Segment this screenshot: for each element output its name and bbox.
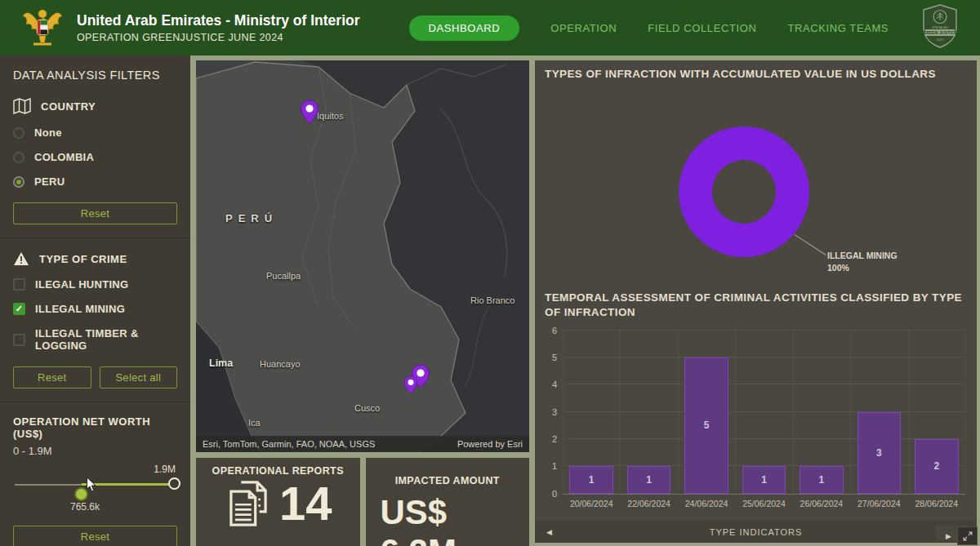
- bar-value-label: 1: [589, 474, 595, 486]
- radio-icon: [13, 152, 24, 163]
- map-label-country: PERÚ: [225, 212, 278, 224]
- country-option-colombia[interactable]: COLOMBIA: [13, 151, 177, 163]
- strip-prev-arrow-icon[interactable]: ◀: [546, 528, 553, 536]
- x-tick: 22/06/2024: [620, 499, 677, 508]
- y-tick: 5: [552, 353, 557, 362]
- main-content: DATA ANALYSIS FILTERS COUNTRY NoneCOLOMB…: [0, 55, 980, 546]
- map-label-ica: Ica: [248, 418, 261, 428]
- bar-20-06-2024[interactable]: 1: [569, 466, 613, 493]
- net-worth-label: OPERATION NET WORTH (US$): [13, 415, 177, 440]
- bar-value-label: 1: [761, 474, 767, 486]
- net-worth-reset-button[interactable]: Reset: [13, 526, 177, 546]
- bar-value-label: 1: [646, 474, 652, 486]
- map-pin[interactable]: [403, 375, 418, 394]
- crime-filter-section: TYPE OF CRIME ILEGAL HUNTING✓ILLEGAL MIN…: [0, 238, 190, 402]
- reports-label: OPERATIONAL REPORTS: [207, 465, 349, 477]
- crime-options: ILEGAL HUNTING✓ILLEGAL MININGILLEGAL TIM…: [13, 278, 177, 352]
- bar-25-06-2024[interactable]: 1: [742, 466, 786, 493]
- country-options: NoneCOLOMBIAPERU: [13, 127, 177, 188]
- bar-yaxis: 0123456: [545, 331, 563, 494]
- page-subtitle: OPERATION GREENJUSTICE JUNE 2024: [77, 32, 360, 43]
- donut-chart-title: TYPES OF INFRACTION WITH ACCUMULATED VAL…: [545, 67, 967, 82]
- crime-select-all-button[interactable]: Select all: [100, 366, 178, 388]
- option-label: None: [34, 127, 62, 139]
- option-label: ILEGAL HUNTING: [35, 278, 128, 291]
- bar-value-label: 5: [704, 419, 710, 431]
- donut-ring[interactable]: [679, 127, 809, 257]
- bar-chart: 0123456 1151132: [545, 331, 967, 495]
- documents-icon: [224, 478, 273, 529]
- impacted-value: US$ 6.2M: [377, 493, 519, 546]
- slider-handle-high[interactable]: [168, 477, 180, 490]
- crime-option-illegal-timber-logging[interactable]: ILLEGAL TIMBER & LOGGING: [13, 327, 177, 352]
- country-reset-button[interactable]: Reset: [13, 202, 177, 224]
- filters-sidebar: DATA ANALYSIS FILTERS COUNTRY NoneCOLOMB…: [0, 55, 190, 546]
- map-label-pucallpa: Pucallpa: [266, 271, 301, 281]
- reports-value-row: 14: [207, 478, 349, 529]
- nav-tracking-teams[interactable]: TRACKING TEAMS: [787, 22, 889, 34]
- bar-24-06-2024[interactable]: 5: [684, 357, 728, 494]
- country-option-peru[interactable]: PERU: [13, 175, 177, 188]
- bar-chart-title: TEMPORAL ASSESSMENT OF CRIMINAL ACTIVITI…: [545, 291, 967, 320]
- charts-panel: TYPES OF INFRACTION WITH ACCUMULATED VAL…: [535, 60, 977, 543]
- expand-icon[interactable]: [957, 526, 978, 545]
- bar-22-06-2024[interactable]: 1: [627, 466, 671, 493]
- map-attribution: Esri, TomTom, Garmin, FAO, NOAA, USGS: [203, 439, 375, 449]
- gridline-h: [563, 357, 965, 357]
- nav-operation[interactable]: OPERATION: [550, 22, 617, 34]
- donut-chart: ILLEGAL MINING 100%: [545, 82, 967, 291]
- nav-field-collection[interactable]: FIELD COLLECTION: [648, 22, 756, 34]
- main-nav: DASHBOARDOPERATIONFIELD COLLECTIONTRACKI…: [409, 16, 889, 41]
- bar-xlabels: 20/06/202422/06/202424/06/202425/06/2024…: [563, 499, 965, 508]
- crime-reset-button[interactable]: Reset: [13, 366, 91, 388]
- header: United Arab Emirates - Ministry of Inter…: [0, 0, 980, 55]
- bar-value-label: 1: [819, 474, 825, 486]
- green-justice-logo: OPERAÇÃO GREEN JUSTICE · 2024 ·: [921, 4, 959, 51]
- impacted-amount-card: IMPACTED AMOUNT US$ 6.2M: [366, 458, 530, 546]
- country-option-none[interactable]: None: [13, 127, 177, 139]
- map-canvas[interactable]: PERÚIquitosPucallpaRio BrancoLimaHuancay…: [196, 60, 529, 452]
- bar-plot: 1151132: [563, 331, 965, 495]
- country-section-header: COUNTRY: [13, 98, 177, 114]
- sidebar-title: DATA ANALYSIS FILTERS: [0, 55, 190, 85]
- crime-option-ilegal-hunting[interactable]: ILEGAL HUNTING: [13, 278, 177, 291]
- map-powered-by: Powered by Esri: [457, 439, 523, 449]
- map-pin[interactable]: [300, 100, 319, 124]
- gridline-v: [620, 331, 621, 494]
- middle-column: PERÚIquitosPucallpaRio BrancoLimaHuancay…: [196, 60, 529, 546]
- brand: United Arab Emirates - Ministry of Inter…: [21, 5, 360, 51]
- slider-track[interactable]: [15, 484, 83, 486]
- y-tick: 0: [552, 489, 557, 499]
- bar-value-label: 2: [933, 460, 939, 472]
- checkbox-icon: [13, 334, 25, 346]
- checkbox-icon: [13, 278, 25, 291]
- mouse-cursor: [86, 477, 97, 496]
- slider-max-label: 1.9M: [154, 464, 176, 475]
- x-tick: 20/06/2024: [563, 499, 620, 508]
- net-worth-slider[interactable]: 1.9M 765.6k: [13, 462, 177, 511]
- gridline-v: [965, 331, 966, 494]
- crime-section-label: TYPE OF CRIME: [39, 253, 127, 265]
- bar-26-06-2024[interactable]: 1: [800, 466, 844, 493]
- page-title: United Arab Emirates - Ministry of Inter…: [77, 12, 360, 29]
- bar-value-label: 3: [876, 447, 882, 459]
- gridline-h: [563, 438, 965, 439]
- net-worth-range: 0 - 1.9M: [13, 445, 177, 457]
- logo-text-top: OPERAÇÃO: [932, 25, 949, 29]
- warning-icon: [13, 251, 29, 266]
- bar-28-06-2024[interactable]: 2: [915, 439, 959, 494]
- option-label: COLOMBIA: [34, 151, 94, 163]
- net-worth-section: OPERATION NET WORTH (US$) 0 - 1.9M 1.9M …: [0, 402, 190, 546]
- map-label-rio-branco: Rio Branco: [470, 295, 514, 305]
- slider-current-label: 765.6k: [70, 501, 100, 513]
- crime-option-illegal-mining[interactable]: ✓ILLEGAL MINING: [13, 303, 177, 315]
- radio-icon: [13, 176, 24, 188]
- nav-dashboard[interactable]: DASHBOARD: [409, 16, 520, 41]
- crime-section-header: TYPE OF CRIME: [13, 251, 177, 266]
- bar-27-06-2024[interactable]: 3: [858, 412, 902, 494]
- gridline-v: [563, 331, 564, 494]
- option-label: ILLEGAL MINING: [35, 303, 125, 315]
- gridline-v: [678, 331, 679, 494]
- x-tick: 24/06/2024: [678, 499, 735, 508]
- map-label-huancayo: Huancayo: [260, 359, 301, 369]
